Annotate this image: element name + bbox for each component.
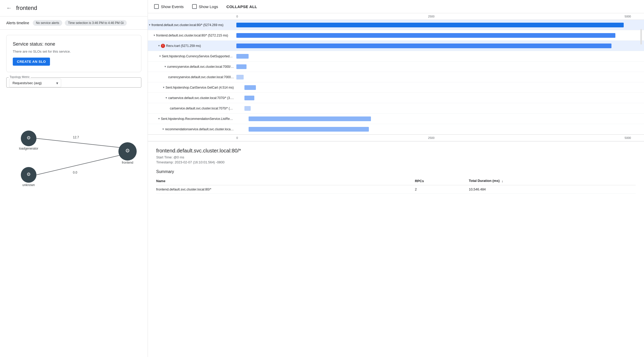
trace-bar-area xyxy=(236,106,644,111)
col-name: Name xyxy=(156,177,415,185)
topology-graph: 12.7 0.0 ⚙ loadgenerator ⚙ unknown ⚙ fro… xyxy=(0,93,148,202)
axis-label-5000: 5000 xyxy=(625,15,631,18)
chevron-icon[interactable]: ▾ xyxy=(159,54,161,58)
svg-text:loadgenerator: loadgenerator xyxy=(19,147,38,150)
trace-bar xyxy=(236,75,244,79)
service-status-desc: There are no SLOs set for this service. xyxy=(13,50,135,53)
chevron-icon[interactable]: ▾ xyxy=(149,23,150,27)
show-events-label: Show Events xyxy=(161,4,184,9)
service-status-box: Service status: none There are no SLOs s… xyxy=(6,35,141,72)
trace-row-label: ▾recommendationservice.default.svc.clust… xyxy=(148,126,236,133)
trace-row-label: ▾Sent.hipstershop.CurrencyService.GetSup… xyxy=(148,53,236,60)
trace-row[interactable]: ▾currencyservice.default.svc.cluster.loc… xyxy=(148,61,644,72)
trace-bar-area xyxy=(236,126,644,132)
show-logs-label: Show Logs xyxy=(199,4,218,9)
trace-toolbar: Show Events Show Logs COLLAPSE ALL xyxy=(148,0,644,13)
axis-label-bottom-2500: 2500 xyxy=(238,136,624,139)
trace-row[interactable]: ▾!Recv./cart (5271.259 ms) xyxy=(148,41,644,51)
create-slo-button[interactable]: CREATE AN SLO xyxy=(13,58,50,66)
trace-bar xyxy=(236,54,249,59)
chevron-icon[interactable]: ▾ xyxy=(162,127,164,131)
chevron-icon[interactable]: ▾ xyxy=(154,34,155,37)
chevron-icon[interactable]: ▾ xyxy=(158,44,160,47)
left-panel: ← frontend Alerts timeline No service al… xyxy=(0,0,148,357)
topology-select-value: Requests/sec (avg) xyxy=(12,81,42,85)
sort-icon[interactable]: ↓ xyxy=(502,179,503,183)
trace-row-text: frontend.default.svc.cluster.local:80/* … xyxy=(156,34,228,37)
svg-text:frontend: frontend xyxy=(122,161,133,164)
chevron-icon[interactable]: ▾ xyxy=(165,65,166,68)
chevron-icon[interactable]: ▾ xyxy=(158,117,160,120)
alerts-timeline-label: Alerts timeline xyxy=(6,21,29,25)
trace-row-label: currencyservice.default.svc.cluster.loca… xyxy=(148,74,236,81)
no-service-alerts-chip: No service alerts xyxy=(33,20,62,26)
trace-bar xyxy=(236,44,611,48)
topology-metric-select[interactable]: Requests/sec (avg) ▼ xyxy=(9,79,61,87)
right-panel: Show Events Show Logs COLLAPSE ALL 0 250… xyxy=(148,0,644,357)
detail-panel: frontend.default.svc.cluster.local:80/* … xyxy=(148,141,644,357)
chevron-icon[interactable]: ▾ xyxy=(166,96,167,100)
topology-metric-label: Topology Metric xyxy=(9,75,31,78)
trace-row[interactable]: cartservice.default.svc.cluster.local:70… xyxy=(148,103,644,114)
summary-table: Name RPCs Total Duration (ms) ↓ frontend… xyxy=(156,177,636,194)
back-button[interactable]: ← xyxy=(6,5,12,11)
trace-bar xyxy=(244,96,254,100)
show-events-checkbox-label[interactable]: Show Events xyxy=(154,4,184,9)
svg-text:⚙: ⚙ xyxy=(27,172,31,177)
service-status-title: Service status: none xyxy=(13,41,135,47)
edge-label-loadgenerator: 12.7 xyxy=(73,136,79,139)
scrollbar-track[interactable] xyxy=(640,29,642,45)
topology-section: Topology Metric Requests/sec (avg) ▼ xyxy=(6,77,141,88)
col-rpcs: RPCs xyxy=(415,177,469,185)
trace-bar-area xyxy=(236,64,644,70)
col-duration: Total Duration (ms) ↓ xyxy=(469,177,636,185)
trace-bar xyxy=(236,23,624,27)
trace-bar-area xyxy=(236,43,644,49)
axis-label-bottom-5000: 5000 xyxy=(625,136,631,139)
trace-row[interactable]: ▾Sent.hipstershop.CurrencyService.GetSup… xyxy=(148,51,644,61)
trace-row-text: cartservice.default.svc.cluster.local:70… xyxy=(170,107,234,110)
axis-label-2500: 2500 xyxy=(238,15,624,18)
table-cell-name: frontend.default.svc.cluster.local:80/* xyxy=(156,185,415,194)
trace-axis-bottom: 0 2500 5000 xyxy=(148,134,644,141)
trace-row-label: ▾frontend.default.svc.cluster.local:80/*… xyxy=(148,22,236,28)
trace-row[interactable]: ▾frontend.default.svc.cluster.local:80/*… xyxy=(148,20,644,30)
trace-row-text: Recv./cart (5271.259 ms) xyxy=(166,44,201,48)
svg-text:unknown: unknown xyxy=(22,183,35,187)
collapse-all-button[interactable]: COLLAPSE ALL xyxy=(226,4,257,9)
show-events-checkbox[interactable] xyxy=(154,4,159,9)
show-logs-checkbox[interactable] xyxy=(192,4,197,9)
trace-bar xyxy=(244,106,250,111)
trace-row-label: ▾currencyservice.default.svc.cluster.loc… xyxy=(148,63,236,70)
trace-bar xyxy=(244,85,256,90)
trace-row-text: Sent.hipstershop.CurrencyService.GetSupp… xyxy=(162,54,234,58)
trace-bar xyxy=(249,127,369,132)
trace-row-label: cartservice.default.svc.cluster.local:70… xyxy=(148,105,236,112)
trace-row[interactable]: ▾Sent.hipstershop.RecommendationService.… xyxy=(148,114,644,124)
topology-svg: 12.7 0.0 ⚙ loadgenerator ⚙ unknown ⚙ fro… xyxy=(0,93,148,202)
trace-bar-area xyxy=(236,22,644,28)
svg-line-1 xyxy=(36,155,120,175)
trace-row[interactable]: ▾recommendationservice.default.svc.clust… xyxy=(148,124,644,134)
error-dot: ! xyxy=(161,44,165,48)
chevron-icon[interactable]: ▾ xyxy=(163,86,165,89)
trace-bar xyxy=(236,33,615,38)
trace-row[interactable]: ▾frontend.default.svc.cluster.local:80/*… xyxy=(148,30,644,41)
trace-row-label: ▾frontend.default.svc.cluster.local:80/*… xyxy=(148,32,236,39)
trace-row-text: Sent.hipstershop.CartService.GetCart (4.… xyxy=(166,86,234,89)
trace-bar-area xyxy=(236,95,644,101)
chevron-down-icon: ▼ xyxy=(55,81,59,85)
page-title: frontend xyxy=(16,5,37,11)
trace-row[interactable]: ▾Sent.hipstershop.CartService.GetCart (4… xyxy=(148,82,644,93)
trace-row[interactable]: currencyservice.default.svc.cluster.loca… xyxy=(148,72,644,82)
trace-bar-area xyxy=(236,53,644,59)
topology-metric-box: Topology Metric Requests/sec (avg) ▼ xyxy=(6,77,141,88)
trace-row-text: currencyservice.default.svc.cluster.loca… xyxy=(167,65,234,69)
header: ← frontend xyxy=(0,0,148,16)
summary-section-title: Summary xyxy=(156,169,636,174)
trace-row-text: frontend.default.svc.cluster.local:80/* … xyxy=(151,23,223,27)
svg-line-0 xyxy=(36,138,120,147)
trace-row[interactable]: ▾cartservice.default.svc.cluster.local:7… xyxy=(148,93,644,103)
show-logs-checkbox-label[interactable]: Show Logs xyxy=(192,4,218,9)
alerts-timeline: Alerts timeline No service alerts Time s… xyxy=(0,16,148,30)
